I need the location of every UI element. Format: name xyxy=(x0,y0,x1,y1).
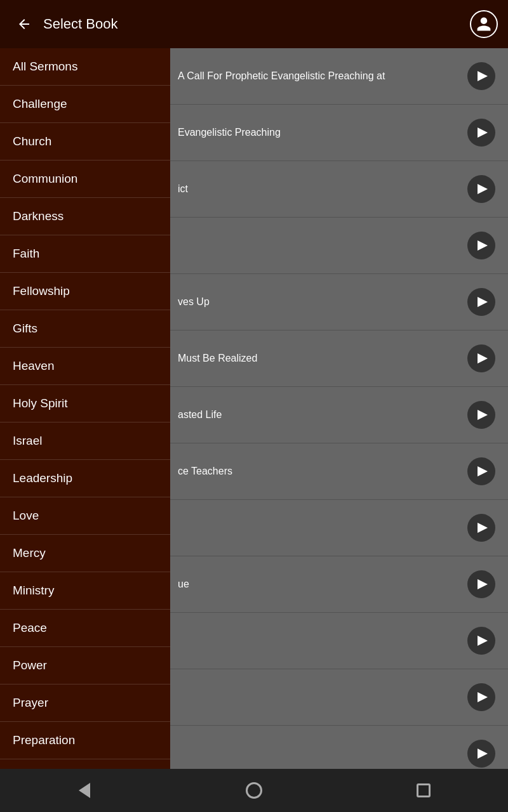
sermon-title: Must Be Realized xyxy=(178,353,467,364)
play-icon xyxy=(478,410,488,420)
sermon-title: ves Up xyxy=(178,296,467,308)
drawer-item-mercy[interactable]: Mercy xyxy=(0,535,170,572)
recents-nav-icon xyxy=(417,783,431,797)
play-icon xyxy=(478,466,488,476)
drawer-item-challenge[interactable]: Challenge xyxy=(0,86,170,123)
drawer-item-israel[interactable]: Israel xyxy=(0,422,170,460)
drawer-item-communion[interactable]: Communion xyxy=(0,160,170,198)
drawer-item-holy-spirit[interactable]: Holy Spirit xyxy=(0,385,170,422)
play-button[interactable] xyxy=(467,514,495,542)
play-icon xyxy=(478,749,488,759)
play-button[interactable] xyxy=(467,175,495,203)
play-icon xyxy=(478,184,488,194)
play-button[interactable] xyxy=(467,344,495,372)
sermon-title: Evangelistic Preaching xyxy=(178,127,467,138)
play-button[interactable] xyxy=(467,740,495,768)
drawer-item-church[interactable]: Church xyxy=(0,123,170,160)
nav-home-button[interactable] xyxy=(235,776,273,804)
sermon-title: ce Teachers xyxy=(178,466,467,477)
play-button[interactable] xyxy=(467,401,495,429)
drawer-item-prayer[interactable]: Prayer xyxy=(0,684,170,722)
sermon-title: A Call For Prophetic Evangelistic Preach… xyxy=(178,70,467,82)
play-button[interactable] xyxy=(467,288,495,316)
sermon-title: ue xyxy=(178,579,467,590)
play-button[interactable] xyxy=(467,627,495,655)
nav-recents-button[interactable] xyxy=(404,776,443,804)
drawer-item-leadership[interactable]: Leadership xyxy=(0,460,170,497)
play-button[interactable] xyxy=(467,570,495,598)
play-button[interactable] xyxy=(467,683,495,711)
play-icon xyxy=(478,297,488,307)
home-nav-icon xyxy=(246,782,262,799)
drawer-item-love[interactable]: Love xyxy=(0,497,170,535)
drawer-item-heaven[interactable]: Heaven xyxy=(0,348,170,385)
sermon-title: asted Life xyxy=(178,409,467,421)
sermon-title: ict xyxy=(178,183,467,195)
play-button[interactable] xyxy=(467,457,495,485)
drawer-item-darkness[interactable]: Darkness xyxy=(0,198,170,235)
play-button[interactable] xyxy=(467,62,495,90)
play-icon xyxy=(478,71,488,81)
bottom-navigation-bar xyxy=(0,769,508,812)
nav-back-button[interactable] xyxy=(65,776,104,804)
drawer-item-ministry[interactable]: Ministry xyxy=(0,572,170,610)
drawer-item-fellowship[interactable]: Fellowship xyxy=(0,273,170,310)
play-button[interactable] xyxy=(467,232,495,259)
play-icon xyxy=(478,579,488,589)
back-nav-icon xyxy=(79,783,90,798)
play-button[interactable] xyxy=(467,119,495,147)
drawer-item-faith[interactable]: Faith xyxy=(0,235,170,273)
play-icon xyxy=(478,636,488,646)
drawer-item-power[interactable]: Power xyxy=(0,647,170,684)
drawer-item-gifts[interactable]: Gifts xyxy=(0,310,170,348)
page-title: Select Book xyxy=(43,16,470,32)
drawer-item-all-sermons[interactable]: All Sermons xyxy=(0,48,170,86)
back-button[interactable] xyxy=(10,10,38,38)
avatar-button[interactable] xyxy=(470,10,498,38)
top-bar: Select Book xyxy=(0,0,508,48)
play-icon xyxy=(478,128,488,138)
drawer-item-preparation[interactable]: Preparation xyxy=(0,722,170,759)
play-icon xyxy=(478,240,488,251)
play-icon xyxy=(478,692,488,702)
drawer: All SermonsChallengeChurchCommunionDarkn… xyxy=(0,48,170,769)
drawer-item-peace[interactable]: Peace xyxy=(0,610,170,647)
play-icon xyxy=(478,353,488,363)
play-icon xyxy=(478,523,488,533)
